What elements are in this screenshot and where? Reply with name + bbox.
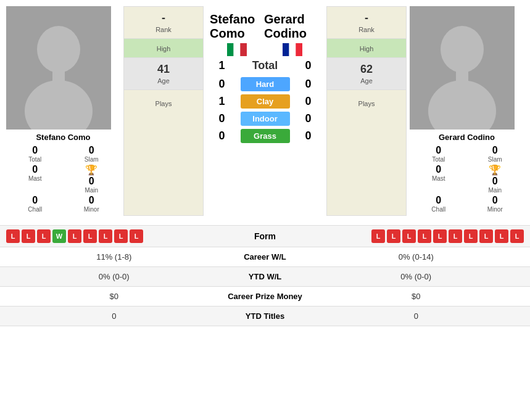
right-name-top: Gerard Codino: [264, 12, 320, 41]
left-main-with-trophy: 🏆 0 Main: [66, 164, 118, 194]
svg-rect-8: [289, 43, 296, 56]
left-total-col: 0 Total: [9, 145, 61, 163]
left-total-val: 0: [32, 145, 38, 156]
right-total-lbl: Total: [432, 156, 445, 163]
right-player-photo: [410, 6, 515, 130]
indoor-left: 0: [216, 112, 228, 125]
right-plays-lbl: Plays: [332, 100, 401, 107]
left-player-info: Stefano Como 0 Total 0 Slam 0 Mast: [6, 130, 120, 216]
right-age-lbl: Age: [332, 77, 401, 84]
left-form-9: L: [130, 229, 143, 243]
right-mast-col: 0 Mast: [413, 164, 465, 194]
right-form-6: L: [449, 229, 462, 243]
svg-rect-13: [456, 68, 468, 83]
left-mast-lbl: Mast: [28, 175, 42, 182]
right-rank-val: -: [332, 12, 401, 25]
right-form-1: L: [371, 229, 385, 243]
right-main-with-trophy: 🏆 0 Main: [470, 164, 521, 194]
right-minor-lbl: Minor: [487, 206, 503, 213]
left-high-item: High: [124, 39, 203, 58]
left-trophy-icon: 🏆: [85, 164, 97, 176]
right-mast-val: 0: [436, 164, 441, 175]
left-player-name: Stefano Como: [6, 133, 120, 142]
main-container: Stefano Como 0 Total 0 Slam 0 Mast: [0, 0, 530, 326]
left-form-7: L: [99, 229, 112, 243]
prize-left: $0: [6, 292, 222, 301]
right-trophy-icon: 🏆: [489, 164, 501, 176]
right-panel: Gerard Codino 0 Total 0 Slam 0 Mast: [410, 6, 524, 216]
ytd-wl-left: 0% (0-0): [6, 272, 222, 281]
left-plays-lbl: Plays: [129, 100, 198, 107]
svg-rect-9: [296, 43, 302, 56]
right-minor-col: 0 Minor: [470, 195, 521, 213]
indoor-right: 0: [302, 112, 315, 125]
grass-right: 0: [302, 130, 315, 142]
left-age-lbl: Age: [129, 77, 198, 84]
ytd-wl-right: 0% (0-0): [308, 272, 524, 281]
right-slam-val: 0: [492, 145, 498, 156]
right-player-header: Gerard Codino: [264, 12, 320, 56]
ytd-titles-row: 0 YTD Titles 0: [0, 307, 530, 326]
left-stat-card: - Rank High 41 Age Plays: [123, 6, 204, 216]
form-section: L L L W L L L L L Form L L L L L L L L L…: [0, 225, 530, 247]
right-age-item: 62 Age: [327, 58, 406, 90]
right-chall-lbl: Chall: [431, 206, 445, 213]
career-wl-left: 11% (1-8): [6, 252, 222, 261]
left-slam-lbl: Slam: [85, 156, 99, 163]
left-chall-val: 0: [32, 195, 38, 206]
ytd-titles-left: 0: [6, 311, 222, 321]
ytd-titles-right: 0: [308, 311, 524, 321]
left-minor-col: 0 Minor: [66, 195, 118, 213]
left-main-lbl: Main: [85, 187, 98, 194]
hard-row: 0 Hard 0: [210, 77, 320, 91]
right-form-5: L: [433, 229, 447, 243]
left-form-2: L: [22, 229, 35, 243]
right-total-val: 0: [436, 145, 441, 156]
right-age-val: 62: [332, 63, 401, 76]
right-form-2: L: [387, 229, 400, 243]
left-form-4: W: [52, 229, 66, 243]
grass-left: 0: [216, 130, 228, 142]
right-player-name: Gerard Codino: [410, 133, 524, 142]
left-player-header: Stefano Como: [210, 12, 264, 56]
top-block: Stefano Como 0 Total 0 Slam 0 Mast: [0, 0, 530, 222]
ytd-titles-label: YTD Titles: [222, 311, 308, 321]
grass-btn: Grass: [241, 129, 290, 143]
right-chall-val: 0: [436, 195, 441, 206]
right-rank-lbl: Rank: [332, 26, 401, 33]
right-form-badges: L L L L L L L L L L: [302, 229, 524, 243]
left-chall-lbl: Chall: [28, 206, 42, 213]
right-total-col: 0 Total: [413, 145, 465, 163]
names-flags-row: Stefano Como Gerard Codino: [210, 6, 320, 59]
form-label: Form: [228, 231, 302, 241]
left-slam-val: 0: [89, 145, 94, 156]
hard-right: 0: [302, 78, 315, 91]
left-high-lbl: High: [129, 45, 198, 52]
prize-right: $0: [308, 292, 524, 301]
left-total-score: 1: [216, 59, 228, 72]
right-mast-lbl: Mast: [432, 175, 445, 182]
left-panel: Stefano Como 0 Total 0 Slam 0 Mast: [6, 6, 120, 216]
right-form-3: L: [402, 229, 416, 243]
right-high-lbl: High: [332, 45, 401, 52]
left-minor-val: 0: [89, 195, 94, 206]
svg-point-1: [37, 26, 80, 73]
right-form-10: L: [510, 229, 524, 243]
right-slam-col: 0 Slam: [470, 145, 521, 163]
right-plays-item: Plays: [327, 90, 406, 116]
left-form-6: L: [83, 229, 97, 243]
left-form-3: L: [37, 229, 51, 243]
hard-left: 0: [216, 78, 228, 91]
svg-rect-4: [227, 43, 234, 56]
left-mast-col: 0 Mast: [9, 164, 61, 194]
left-age-item: 41 Age: [124, 58, 203, 90]
right-form-4: L: [418, 229, 431, 243]
left-mast-val: 0: [32, 164, 38, 175]
clay-row: 1 Clay 0: [210, 94, 320, 109]
right-form-8: L: [479, 229, 493, 243]
left-main-val: 0: [89, 176, 94, 187]
left-flag: [227, 43, 247, 56]
left-age-val: 41: [129, 63, 198, 76]
svg-rect-7: [283, 43, 289, 56]
left-total-lbl: Total: [28, 156, 41, 163]
